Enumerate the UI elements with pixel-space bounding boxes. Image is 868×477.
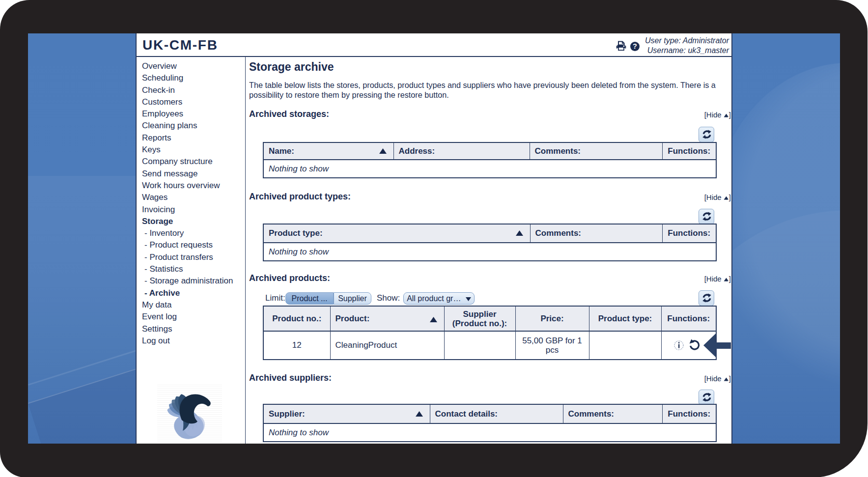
- svg-text:?: ?: [633, 42, 637, 50]
